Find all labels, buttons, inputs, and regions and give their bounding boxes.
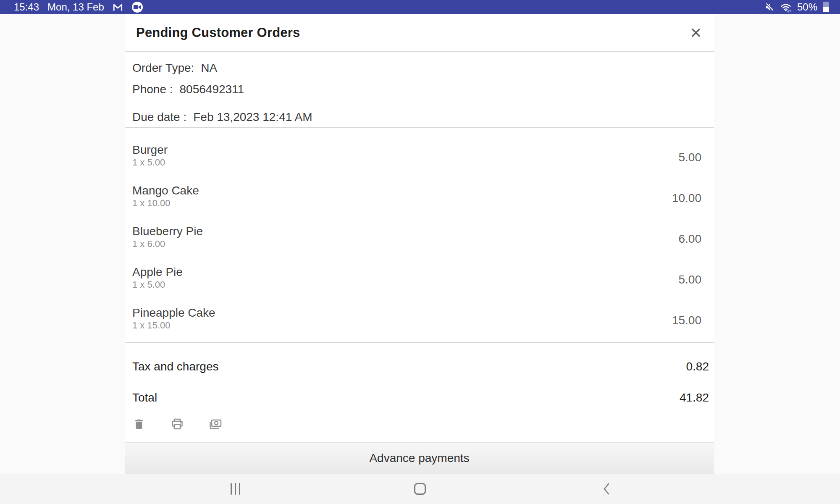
item-name: Mango Cake xyxy=(132,184,199,198)
tax-row: Tax and charges 0.82 xyxy=(132,358,709,375)
close-icon[interactable] xyxy=(689,26,703,40)
due-date-line: Due date :Feb 13,2023 12:41 AM xyxy=(132,110,701,125)
due-date-label: Due date : xyxy=(132,110,186,123)
order-actions xyxy=(125,406,714,442)
order-items-list: Burger 1 x 5.00 5.00 Mango Cake 1 x 10.0… xyxy=(125,128,714,339)
item-name: Burger xyxy=(132,143,168,157)
due-date-value: Feb 13,2023 12:41 AM xyxy=(193,110,312,123)
print-icon[interactable] xyxy=(170,417,184,431)
clock: 15:43 xyxy=(14,1,39,13)
screen-record-icon xyxy=(132,2,143,13)
total-value: 41.82 xyxy=(680,391,709,404)
order-type-line: Order Type:NA xyxy=(132,52,701,76)
table-row: Apple Pie 1 x 5.00 5.00 xyxy=(132,257,701,298)
item-qty: 1 x 15.00 xyxy=(132,320,215,331)
back-icon[interactable] xyxy=(595,474,618,504)
total-row: Total 41.82 xyxy=(132,389,709,406)
status-bar: 15:43 Mon, 13 Feb xyxy=(0,0,840,14)
android-nav-bar xyxy=(0,474,840,504)
item-qty: 1 x 6.00 xyxy=(132,239,203,249)
item-name: Apple Pie xyxy=(132,265,183,279)
tax-value: 0.82 xyxy=(686,360,709,373)
tax-label: Tax and charges xyxy=(132,360,218,373)
item-amount: 15.00 xyxy=(672,314,701,327)
item-qty: 1 x 5.00 xyxy=(132,279,183,290)
battery-icon xyxy=(823,2,829,12)
gmail-icon xyxy=(113,3,123,12)
item-name: Pineapple Cake xyxy=(132,306,215,320)
total-label: Total xyxy=(132,391,157,404)
table-row: Pineapple Cake 1 x 15.00 15.00 xyxy=(132,298,701,339)
advance-payments-button[interactable]: Advance payments xyxy=(125,442,714,474)
item-amount: 5.00 xyxy=(679,273,702,286)
home-icon[interactable] xyxy=(408,474,432,504)
order-type-value: NA xyxy=(201,61,217,74)
item-qty: 1 x 5.00 xyxy=(132,157,168,168)
item-qty: 1 x 10.00 xyxy=(132,198,199,209)
item-name: Blueberry Pie xyxy=(132,224,203,239)
item-amount: 5.00 xyxy=(679,151,702,164)
phone-line: Phone :8056492311 xyxy=(132,82,701,97)
battery-percent: 50% xyxy=(797,1,817,13)
status-bar-right: 50% xyxy=(764,1,829,13)
screen: 15:43 Mon, 13 Feb xyxy=(0,0,840,504)
recents-icon[interactable] xyxy=(223,474,247,504)
table-row: Mango Cake 1 x 10.00 10.00 xyxy=(132,176,701,216)
pending-orders-dialog: Pending Customer Orders Order Type:NA Ph… xyxy=(125,14,714,474)
wifi-icon xyxy=(780,2,792,13)
table-row: Blueberry Pie 1 x 6.00 6.00 xyxy=(132,216,701,257)
status-bar-left: 15:43 Mon, 13 Feb xyxy=(14,1,143,13)
phone-value: 8056492311 xyxy=(180,83,244,96)
cash-icon[interactable] xyxy=(208,417,223,431)
item-amount: 10.00 xyxy=(672,192,701,205)
item-amount: 6.00 xyxy=(679,232,702,246)
dialog-header: Pending Customer Orders xyxy=(125,14,714,52)
summary: Tax and charges 0.82 Total 41.82 xyxy=(125,343,714,406)
delete-icon[interactable] xyxy=(132,417,146,431)
table-row: Burger 1 x 5.00 5.00 xyxy=(132,135,701,176)
date: Mon, 13 Feb xyxy=(47,1,104,13)
phone-label: Phone : xyxy=(132,83,173,96)
order-info: Order Type:NA Phone :8056492311 Due date… xyxy=(125,52,714,128)
mute-icon xyxy=(764,2,774,12)
dialog-title: Pending Customer Orders xyxy=(136,25,300,40)
order-type-label: Order Type: xyxy=(132,61,194,74)
